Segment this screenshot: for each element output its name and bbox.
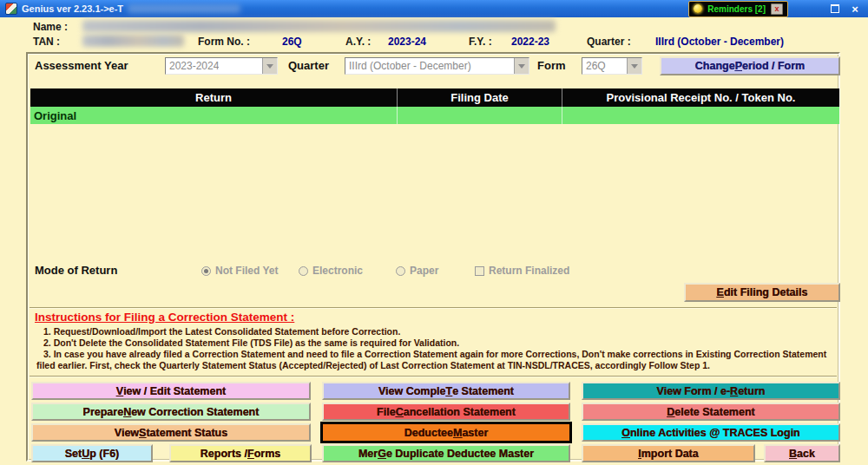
quarter-dropdown-button[interactable] bbox=[514, 58, 529, 74]
quarter-select-value: IIIrd (October - December) bbox=[349, 60, 471, 72]
form-no-value: 26Q bbox=[282, 36, 302, 48]
tan-label: TAN : bbox=[33, 36, 60, 48]
quarter-select[interactable]: IIIrd (October - December) bbox=[345, 57, 529, 75]
instruction-line-1: 1. Request/Download/Import the Latest Co… bbox=[43, 326, 832, 337]
form-select-value: 26Q bbox=[586, 60, 606, 72]
form-select-label: Form bbox=[537, 59, 566, 72]
instruction-line-2: 2. Don't Delete the Consolidated Stateme… bbox=[43, 337, 832, 349]
radio-label: Not Filed Yet bbox=[215, 265, 278, 277]
column-header-receipt-token: Provisional Receipt No. / Token No. bbox=[562, 88, 839, 107]
checkbox-label: Return Finalized bbox=[489, 265, 569, 277]
radio-label: Electronic bbox=[312, 265, 363, 277]
change-period-form-button[interactable]: Change Period / Form bbox=[660, 56, 840, 75]
cell-return-type: Original bbox=[30, 107, 397, 124]
form-dropdown-button[interactable] bbox=[627, 58, 641, 74]
close-window-button[interactable]: × bbox=[847, 3, 863, 16]
assessment-year-select[interactable]: 2023-2024 bbox=[165, 57, 278, 75]
file-cancellation-statement-button[interactable]: File Cancellation Statement bbox=[322, 403, 570, 421]
bulb-icon bbox=[694, 4, 702, 13]
checkbox-icon bbox=[475, 266, 484, 276]
checkbox-return-finalized[interactable]: Return Finalized bbox=[475, 264, 569, 278]
chevron-down-icon bbox=[266, 64, 273, 69]
table-row-original[interactable]: Original bbox=[30, 107, 839, 124]
view-statement-status-button[interactable]: View Statement Status bbox=[31, 423, 311, 442]
radio-not-filed-yet[interactable]: Not Filed Yet bbox=[201, 264, 278, 278]
cell-receipt-no bbox=[562, 107, 839, 124]
fy-value: 2022-23 bbox=[511, 36, 549, 48]
reports-forms-button[interactable]: Reports / Forms bbox=[169, 444, 312, 462]
returns-table: Return Filing Date Provisional Receipt N… bbox=[30, 88, 839, 124]
name-value-redacted bbox=[82, 20, 556, 32]
delete-statement-button[interactable]: Delete Statement bbox=[582, 403, 840, 421]
quarter-value: IIIrd (October - December) bbox=[655, 36, 784, 48]
assessment-year-value: 2023-2024 bbox=[169, 60, 219, 72]
tan-value-redacted bbox=[82, 35, 184, 47]
window-title-redacted bbox=[128, 4, 240, 13]
reminders-close-icon[interactable]: x bbox=[771, 3, 783, 15]
restore-window-button[interactable] bbox=[827, 3, 843, 16]
column-header-filing-date: Filing Date bbox=[397, 88, 562, 107]
online-activities-traces-button[interactable]: Online Activities @ TRACES Login bbox=[582, 423, 840, 442]
header: Name : TAN : Form No. : 26Q A.Y. : 2023-… bbox=[0, 17, 868, 52]
view-form-ereturn-button[interactable]: View Form / e-Return bbox=[582, 382, 840, 400]
quarter-label: Quarter : bbox=[587, 36, 631, 48]
reminders-button[interactable]: Reminders [2] x bbox=[688, 1, 788, 17]
window-title: Genius ver 2.23.1->e-T bbox=[22, 3, 123, 14]
instruction-line-3: 3. In case you have already filed a Corr… bbox=[36, 349, 832, 371]
merge-duplicate-deductee-master-button[interactable]: MerGe Duplicate Deductee Master bbox=[322, 444, 570, 462]
app-icon bbox=[5, 3, 17, 15]
radio-electronic[interactable]: Electronic bbox=[299, 264, 363, 278]
radio-icon bbox=[299, 266, 308, 276]
radio-paper[interactable]: Paper bbox=[396, 264, 438, 278]
fy-label: F.Y. : bbox=[469, 36, 492, 48]
radio-label: Paper bbox=[410, 265, 438, 277]
action-buttons: View / Edit Statement View CompleTe Stat… bbox=[31, 382, 840, 463]
separator bbox=[30, 307, 837, 309]
setup-f6-button[interactable]: SetUp (F6) bbox=[31, 444, 153, 462]
close-icon: × bbox=[852, 3, 858, 15]
deductee-master-button[interactable]: Deductee Master bbox=[320, 422, 572, 443]
view-complete-statement-button[interactable]: View CompleTe Statement bbox=[322, 382, 570, 400]
assessment-year-dropdown-button[interactable] bbox=[262, 58, 277, 74]
ay-label: A.Y. : bbox=[345, 36, 371, 48]
back-button[interactable]: Back bbox=[764, 444, 840, 462]
form-select[interactable]: 26Q bbox=[582, 57, 642, 75]
radio-icon bbox=[396, 266, 405, 276]
prepare-new-correction-statement-button[interactable]: Prepare New Correction Statement bbox=[31, 403, 311, 421]
name-label: Name : bbox=[33, 21, 68, 33]
chevron-down-icon bbox=[518, 64, 525, 69]
reminders-label: Reminders [2] bbox=[707, 4, 766, 14]
view-edit-statement-button[interactable]: View / Edit Statement bbox=[31, 382, 311, 400]
form-no-label: Form No. : bbox=[198, 36, 250, 48]
column-header-return: Return bbox=[30, 88, 397, 107]
main-panel: Assessment Year 2023-2024 Quarter IIIrd … bbox=[26, 52, 840, 462]
import-data-button[interactable]: Import Data bbox=[582, 444, 755, 462]
title-bar: Genius ver 2.23.1->e-T Reminders [2] x × bbox=[0, 0, 868, 17]
chevron-down-icon bbox=[631, 64, 638, 69]
quarter-select-label: Quarter bbox=[288, 59, 329, 72]
mode-of-return-label: Mode of Return bbox=[35, 264, 117, 277]
ay-value: 2023-24 bbox=[388, 36, 426, 48]
radio-icon bbox=[201, 266, 211, 276]
separator bbox=[30, 376, 837, 377]
cell-filing-date bbox=[397, 107, 562, 124]
assessment-year-label: Assessment Year bbox=[35, 59, 128, 72]
restore-icon bbox=[831, 4, 839, 13]
instructions-title: Instructions for Filing a Correction Sta… bbox=[35, 311, 294, 324]
table-header-row: Return Filing Date Provisional Receipt N… bbox=[30, 88, 839, 107]
edit-filing-details-button[interactable]: Edit Filing Details bbox=[684, 283, 840, 302]
